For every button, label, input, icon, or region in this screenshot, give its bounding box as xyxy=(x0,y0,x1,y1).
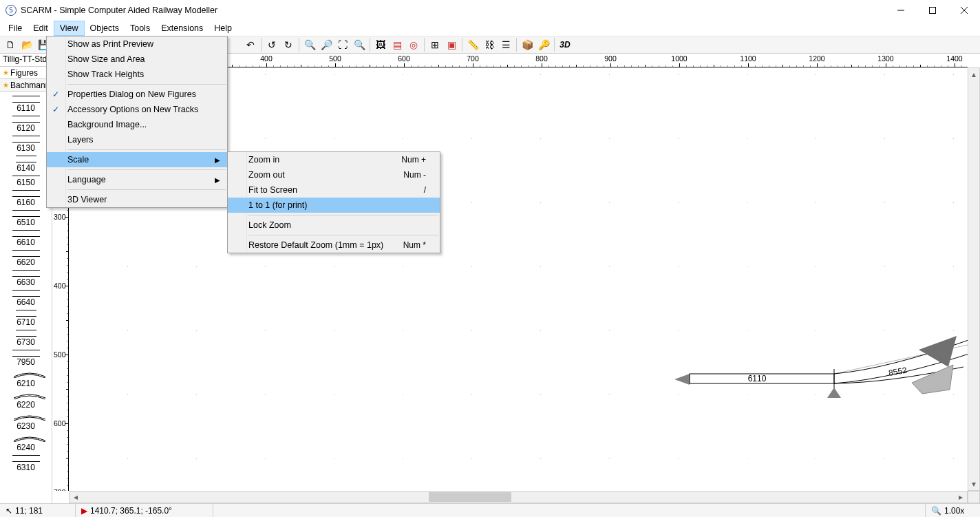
measure-icon[interactable]: 📏 xyxy=(465,37,480,52)
part-item[interactable]: 6140 xyxy=(6,156,47,173)
3d-icon[interactable]: 3D xyxy=(557,37,573,52)
menu-item[interactable]: Scale▶ xyxy=(47,152,227,167)
part-item[interactable]: 6210 xyxy=(6,370,47,388)
box-icon[interactable]: 📦 xyxy=(520,37,535,52)
menu-item[interactable]: Lock Zoom xyxy=(228,218,440,233)
scroll-corner xyxy=(968,491,980,503)
part-label: 6160 xyxy=(17,198,35,207)
part-item[interactable]: 6240 xyxy=(6,434,47,452)
svg-marker-4 xyxy=(674,374,690,385)
scroll-thumb-h[interactable] xyxy=(429,492,511,502)
zoom-in-icon[interactable]: 🔍 xyxy=(302,37,317,52)
menu-item[interactable]: 3D Viewer xyxy=(47,192,227,207)
magnifier-icon: 🔍 xyxy=(931,506,941,516)
menu-extensions[interactable]: Extensions xyxy=(156,21,209,36)
menu-item[interactable]: Show Track Heights xyxy=(47,67,227,82)
status-zoom[interactable]: 🔍 1.00x xyxy=(925,504,980,517)
window-title: SCARM - Simple Computer Aided Railway Mo… xyxy=(21,6,217,15)
part-item[interactable]: 6120 xyxy=(6,116,47,133)
menu-item[interactable]: Zoom inNum + xyxy=(228,152,440,167)
menu-view[interactable]: View xyxy=(54,21,85,36)
parts-list: 6110612061306140615061606510661066206630… xyxy=(0,92,52,503)
menu-item[interactable]: Restore Default Zoom (1mm = 1px)Num * xyxy=(228,238,440,253)
zoom-icon[interactable]: 🔍 xyxy=(352,37,367,52)
fit-icon[interactable]: ⛶ xyxy=(335,37,350,52)
view-dropdown: Show as Print PreviewShow Size and AreaS… xyxy=(46,36,228,208)
library-selector[interactable]: Tillig-TT-Std xyxy=(0,54,52,67)
undo-icon[interactable]: ↶ xyxy=(243,37,258,52)
part-label: 6130 xyxy=(17,143,35,153)
part-item[interactable]: 6110 xyxy=(6,96,47,113)
menu-edit[interactable]: Edit xyxy=(28,21,54,36)
part-item[interactable]: 6510 xyxy=(6,210,47,227)
target-icon[interactable]: ◎ xyxy=(406,37,421,52)
scrollbar-vertical[interactable]: ▴ ▾ xyxy=(968,67,980,491)
part-item[interactable]: 6310 xyxy=(6,455,47,472)
menu-item[interactable]: Layers xyxy=(47,132,227,147)
list-icon[interactable]: ☰ xyxy=(498,37,513,52)
scrollbar-horizontal[interactable]: ◂ ▸ xyxy=(69,491,968,503)
part-item[interactable]: 6620 xyxy=(6,250,47,267)
menu-item[interactable]: Language▶ xyxy=(47,172,227,187)
zoom-out-icon[interactable]: 🔎 xyxy=(319,37,334,52)
tool2-icon[interactable]: ▣ xyxy=(444,37,459,52)
part-label: 6110 xyxy=(17,103,35,113)
menu-tools[interactable]: Tools xyxy=(125,21,156,36)
part-item[interactable]: 6230 xyxy=(6,412,47,431)
menu-item[interactable]: Show Size and Area xyxy=(47,52,227,67)
part-item[interactable]: 6710 xyxy=(6,310,47,327)
part-item[interactable]: 6150 xyxy=(6,176,47,187)
status-startpoint: ▶ 1410.7; 365.1; -165.0° xyxy=(76,504,213,517)
part-item[interactable]: 6160 xyxy=(6,190,47,207)
menu-help[interactable]: Help xyxy=(209,21,237,36)
menu-item[interactable]: Properties Dialog on New Figures✓ xyxy=(47,87,227,102)
undo2-icon[interactable]: ↺ xyxy=(264,37,279,52)
open-icon[interactable]: 📂 xyxy=(19,37,34,52)
menu-bar: File Edit View Objects Tools Extensions … xyxy=(0,21,980,36)
scroll-right-arrow[interactable]: ▸ xyxy=(955,492,967,503)
part-item[interactable]: 7950 xyxy=(6,350,47,367)
menu-item[interactable]: Show as Print Preview xyxy=(47,36,227,52)
close-button[interactable] xyxy=(948,0,980,21)
part-item[interactable]: 6730 xyxy=(6,330,47,347)
part-item[interactable]: 6610 xyxy=(6,230,47,247)
tool1-icon[interactable]: ⊞ xyxy=(427,37,443,52)
status-bar: ↖ 11; 181 ▶ 1410.7; 365.1; -165.0° 🔍 1.0… xyxy=(0,503,980,517)
part-label: 6120 xyxy=(17,123,35,133)
part-label: 6210 xyxy=(17,379,35,388)
tab-figures[interactable]: ★Figures xyxy=(0,67,52,79)
part-label: 6150 xyxy=(17,178,35,187)
part-label: 6510 xyxy=(17,218,35,227)
scroll-left-arrow[interactable]: ◂ xyxy=(70,492,82,503)
star-icon: ★ xyxy=(3,81,9,89)
menu-file[interactable]: File xyxy=(3,21,28,36)
menu-item[interactable]: 1 to 1 (for print) xyxy=(228,198,440,213)
menu-item[interactable]: Zoom outNum - xyxy=(228,167,440,182)
menu-item[interactable]: Accessory Options on New Tracks✓ xyxy=(47,102,227,117)
part-label: 6140 xyxy=(17,163,35,173)
layers-icon[interactable]: ▤ xyxy=(390,37,405,52)
track-icon[interactable]: ⛓ xyxy=(482,37,497,52)
minimize-button[interactable] xyxy=(885,0,917,21)
track-drawing[interactable]: 6110 8552 xyxy=(674,336,980,432)
key-icon[interactable]: 🔑 xyxy=(536,37,551,52)
part-item[interactable]: 6630 xyxy=(6,270,47,287)
menu-objects[interactable]: Objects xyxy=(85,21,125,36)
redo-icon[interactable]: ↻ xyxy=(281,37,296,52)
tab-bachmann[interactable]: ★Bachmann- xyxy=(0,79,52,92)
image-icon[interactable]: 🖼 xyxy=(373,37,388,52)
sidebar: Tillig-TT-Std ★Figures ★Bachmann- 611061… xyxy=(0,54,52,503)
scroll-down-arrow[interactable]: ▾ xyxy=(968,478,979,490)
scroll-up-arrow[interactable]: ▴ xyxy=(968,68,979,81)
track-label: 6110 xyxy=(748,374,767,383)
menu-item[interactable]: Background Image... xyxy=(47,117,227,132)
part-label: 6610 xyxy=(17,238,35,247)
part-label: 6310 xyxy=(17,463,35,472)
maximize-button[interactable] xyxy=(917,0,948,21)
new-icon[interactable]: 🗋 xyxy=(3,37,18,52)
part-item[interactable]: 6130 xyxy=(6,136,47,153)
menu-item[interactable]: Fit to Screen/ xyxy=(228,182,440,198)
part-label: 6640 xyxy=(17,297,35,307)
part-item[interactable]: 6640 xyxy=(6,290,47,307)
part-item[interactable]: 6220 xyxy=(6,391,47,410)
